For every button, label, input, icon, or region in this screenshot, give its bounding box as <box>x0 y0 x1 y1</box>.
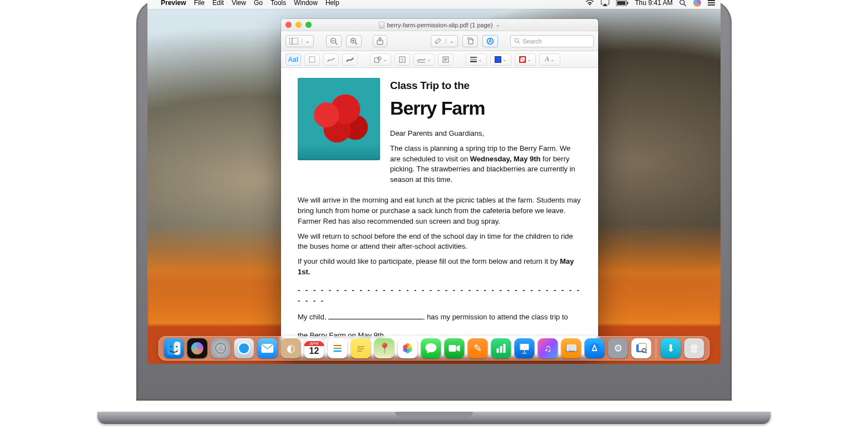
sign-button[interactable]: ⌄ <box>413 53 435 66</box>
search-placeholder: Search <box>522 38 542 45</box>
siri-icon[interactable] <box>693 0 701 7</box>
dock-launchpad[interactable] <box>211 338 231 358</box>
svg-point-39 <box>239 343 249 353</box>
dock-contacts[interactable]: ◐ <box>281 338 301 358</box>
window-zoom-button[interactable] <box>305 22 312 28</box>
window-close-button[interactable] <box>285 22 292 28</box>
shapes-button[interactable]: ⌄ <box>370 53 391 66</box>
menu-window[interactable]: Window <box>294 0 318 7</box>
note-button[interactable] <box>438 53 453 66</box>
document-content: Class Trip to the Berry Farm Dear Parent… <box>281 68 598 356</box>
dock-facetime[interactable] <box>445 338 465 358</box>
dock-numbers[interactable] <box>491 338 511 358</box>
svg-rect-24 <box>374 58 379 62</box>
zoom-out-button[interactable] <box>326 35 342 47</box>
dock: ◐ APR12 📍 ✎ ♫ 📖 ⚙ ⬇ 🗑 <box>159 336 710 361</box>
svg-line-14 <box>356 42 358 45</box>
svg-point-21 <box>515 38 519 42</box>
highlight-button[interactable]: ⌄ <box>431 35 458 47</box>
app-menu[interactable]: Preview <box>161 0 186 7</box>
svg-line-67 <box>645 352 647 354</box>
menu-file[interactable]: File <box>194 0 204 7</box>
laptop-hinge <box>97 412 771 424</box>
dock-finder[interactable] <box>164 338 184 358</box>
dock-keynote[interactable] <box>515 338 535 358</box>
svg-point-36 <box>176 346 177 348</box>
doc-title-line1: Class Trip to the <box>390 78 581 93</box>
svg-text:T: T <box>401 57 404 62</box>
rotate-button[interactable] <box>462 35 478 47</box>
svg-point-35 <box>170 346 172 348</box>
zoom-in-button[interactable] <box>346 35 362 47</box>
sketch-tool-button[interactable] <box>323 53 339 66</box>
svg-rect-8 <box>289 38 298 45</box>
menu-view[interactable]: View <box>231 0 246 7</box>
dock-downloads[interactable]: ⬇ <box>661 338 681 358</box>
doc-paragraph-2: We will arrive in the morning and eat lu… <box>298 195 581 227</box>
dock-notes[interactable] <box>351 338 371 358</box>
dock-ibooks[interactable]: 📖 <box>561 338 581 358</box>
svg-rect-19 <box>468 40 473 44</box>
dock-system-preferences[interactable]: ⚙ <box>608 338 628 358</box>
dock-messages[interactable] <box>421 338 441 358</box>
dock-pages[interactable]: ✎ <box>468 338 488 358</box>
svg-rect-59 <box>504 344 506 353</box>
dock-siri[interactable] <box>188 338 208 358</box>
svg-line-4 <box>684 4 686 6</box>
spotlight-icon[interactable] <box>679 0 687 7</box>
title-chevron-icon: ⌄ <box>495 21 500 28</box>
svg-rect-55 <box>449 345 456 352</box>
text-box-button[interactable]: T <box>394 53 410 66</box>
preview-window: berry-farm-permission-slip.pdf (1 page) … <box>281 19 598 356</box>
dock-itunes[interactable]: ♫ <box>538 338 558 358</box>
window-title: berry-farm-permission-slip.pdf (1 page) <box>387 22 492 28</box>
wifi-icon[interactable] <box>585 0 594 6</box>
fill-color-button[interactable]: ⌄ <box>490 53 511 66</box>
text-style-button[interactable]: AaI <box>285 53 301 66</box>
dock-photos[interactable] <box>398 338 418 358</box>
dock-maps[interactable]: 📍 <box>374 338 394 358</box>
dock-appstore[interactable] <box>585 338 605 358</box>
svg-line-22 <box>518 42 520 43</box>
view-mode-button[interactable]: ⌄ <box>285 35 314 47</box>
document-proxy-icon <box>379 22 384 28</box>
dock-trash[interactable]: 🗑 <box>684 338 704 358</box>
doc-tearoff-divider: - - - - - - - - - - - - - - - - - - - - … <box>298 285 581 307</box>
search-field[interactable]: Search <box>510 35 594 47</box>
menu-tools[interactable]: Tools <box>270 0 286 7</box>
svg-rect-7 <box>708 4 715 6</box>
svg-rect-2 <box>627 2 628 4</box>
menu-help[interactable]: Help <box>326 0 339 7</box>
markup-button[interactable] <box>482 35 498 47</box>
dock-safari[interactable] <box>234 338 254 358</box>
menu-edit[interactable]: Edit <box>213 0 224 7</box>
menu-go[interactable]: Go <box>254 0 263 7</box>
selection-tool-button[interactable] <box>304 53 320 66</box>
border-color-button[interactable]: ⌄ <box>515 53 536 66</box>
window-minimize-button[interactable] <box>295 22 302 28</box>
draw-tool-button[interactable] <box>342 53 358 66</box>
menu-clock[interactable]: Thu 9:41 AM <box>635 0 673 7</box>
chevron-down-icon: ⌄ <box>302 38 313 44</box>
svg-point-25 <box>378 57 381 60</box>
document-image-strawberries <box>298 78 380 160</box>
svg-line-11 <box>336 42 338 45</box>
highlighter-icon <box>431 38 446 45</box>
sidebar-icon <box>286 38 302 45</box>
dock-reminders[interactable] <box>328 338 348 358</box>
svg-point-3 <box>680 0 684 4</box>
markup-toolbar: AaI ⌄ T <box>281 51 598 68</box>
dock-mail[interactable] <box>258 338 278 358</box>
window-titlebar[interactable]: berry-farm-permission-slip.pdf (1 page) … <box>281 19 598 31</box>
font-button[interactable]: A⌄ <box>539 53 560 66</box>
dock-calendar[interactable]: APR12 <box>304 338 324 358</box>
doc-paragraph-3: We will return to school before the end … <box>298 231 581 253</box>
svg-rect-60 <box>520 344 529 350</box>
share-button[interactable] <box>373 35 387 47</box>
dock-preview[interactable] <box>632 338 652 358</box>
doc-greeting: Dear Parents and Guardians, <box>390 129 581 139</box>
airplay-icon[interactable] <box>601 0 609 6</box>
line-style-button[interactable]: ⌄ <box>466 53 487 66</box>
battery-icon[interactable] <box>616 0 628 6</box>
notification-center-icon[interactable] <box>708 0 715 6</box>
